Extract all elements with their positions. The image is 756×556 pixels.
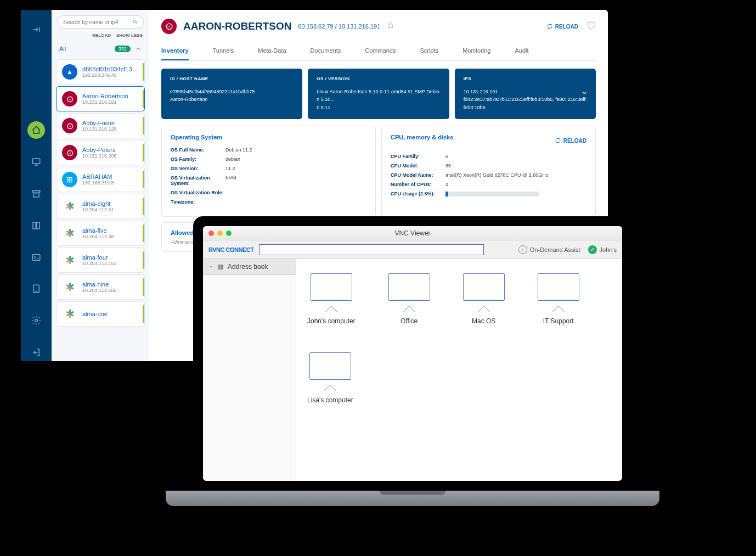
tab-inventory[interactable]: Inventory	[161, 42, 189, 60]
os-panel: Operating System OS Full Name:Debian 11.…	[161, 126, 376, 217]
os-panel-title: Operating System	[171, 134, 366, 141]
client-item[interactable]: alma-five10.204.112.48	[56, 221, 145, 246]
tab-scripts[interactable]: Scripts	[420, 42, 439, 60]
tab-tunnels[interactable]: Tunnels	[213, 42, 234, 60]
debian-icon	[62, 145, 77, 160]
nav-book-icon[interactable]	[27, 217, 45, 234]
client-item[interactable]: d868cf01b034cf132f...192.168.249.46	[56, 59, 145, 85]
monitor-icon	[538, 273, 579, 301]
headset-icon: ♀	[518, 245, 527, 254]
search-icon	[133, 18, 138, 26]
mountain-icon	[62, 64, 77, 80]
all-count-badge: 332	[115, 46, 131, 52]
search-input[interactable]	[63, 19, 133, 25]
cpu-reload-button[interactable]: RELOAD	[555, 137, 586, 144]
tab-monitoring[interactable]: Monitoring	[462, 42, 490, 60]
nav-settings-icon[interactable]	[27, 312, 45, 329]
header-os-icon	[161, 19, 177, 34]
all-label: All	[59, 46, 66, 52]
computer-item[interactable]: John's computer	[307, 273, 356, 325]
nav-rail	[21, 10, 52, 361]
svg-point-5	[133, 20, 136, 23]
all-filter-row[interactable]: All 332	[52, 40, 149, 58]
header-ips: 80.158.62.79 / 10.131.216.191	[298, 23, 380, 30]
client-item[interactable]: Abby-Peters10.131.216.208	[56, 140, 145, 165]
svg-rect-2	[32, 254, 40, 260]
client-item[interactable]: ABRAHAM192.168.219.8	[56, 167, 145, 192]
nav-device-icon[interactable]	[27, 280, 45, 297]
sidebar-reload[interactable]: RELOAD	[92, 33, 111, 38]
alma-icon	[62, 306, 77, 322]
search-box[interactable]	[57, 15, 144, 29]
page-title: AARON-ROBERTSON	[183, 20, 291, 32]
maximize-icon[interactable]	[226, 231, 232, 236]
computer-item[interactable]: IT Support	[538, 273, 579, 325]
lock-icon	[387, 21, 394, 31]
nav-monitor-icon[interactable]	[27, 153, 45, 171]
debian-icon	[62, 118, 77, 133]
chevron-down-icon[interactable]	[580, 89, 588, 99]
grid-icon	[218, 265, 223, 269]
computer-item[interactable]: Lisa's computer	[307, 352, 353, 404]
client-item[interactable]: Aaron-Robertson10.131.216.191	[56, 86, 145, 111]
client-list: d868cf01b034cf132f...192.168.249.46 Aaro…	[52, 58, 149, 361]
cpu-panel-title: CPU, memory & disks	[391, 134, 453, 141]
tab-commands[interactable]: Commands	[365, 42, 396, 60]
chevron-down-icon	[208, 264, 214, 269]
computer-item[interactable]: Office	[388, 273, 430, 325]
svg-rect-0	[32, 159, 40, 164]
tabs: InventoryTunnelsMeta-DataDocumentsComman…	[161, 42, 596, 61]
card-ips: IPS 10.131.216.191fd42:2e37:ab7a:7b11:21…	[455, 69, 596, 119]
vnc-sidebar: Address book	[203, 259, 296, 481]
user-account-button[interactable]: ✓ John's	[588, 245, 617, 254]
info-cards: ID / HOST NAME e7895b45cf644f66945922c1a…	[161, 69, 596, 119]
client-item[interactable]: alma-nine10.204.112.160	[56, 274, 145, 300]
laptop-frame: VNC Viewer RVNC CONNECT ♀ On-Demand Assi…	[166, 216, 659, 518]
cpu-usage-bar	[445, 192, 539, 196]
nav-logout-icon[interactable]	[27, 344, 45, 361]
client-item[interactable]: Abby-Foster10.131.216.128	[56, 113, 145, 138]
nav-home-icon[interactable]	[27, 121, 45, 139]
client-item[interactable]: alma-eight10.204.112.61	[56, 194, 145, 219]
tab-meta-data[interactable]: Meta-Data	[258, 42, 286, 60]
vnc-logo: RVNC CONNECT	[208, 246, 253, 253]
favorite-icon[interactable]	[586, 20, 596, 32]
vnc-window: VNC Viewer RVNC CONNECT ♀ On-Demand Assi…	[203, 226, 622, 481]
reload-button[interactable]: RELOAD	[546, 23, 578, 30]
monitor-icon	[388, 273, 430, 301]
chevron-up-icon	[135, 46, 142, 52]
vnc-address-input[interactable]	[259, 244, 484, 255]
header-row: AARON-ROBERTSON 80.158.62.79 / 10.131.21…	[161, 19, 596, 34]
vnc-titlebar: VNC Viewer	[203, 226, 622, 240]
windows-icon	[62, 172, 77, 187]
client-item[interactable]: alma-one	[56, 301, 145, 327]
vnc-computer-grid: John's computerOfficeMac OSIT SupportLis…	[296, 259, 622, 481]
sidebar-showless[interactable]: SHOW LESS	[116, 33, 143, 38]
svg-rect-1	[32, 190, 40, 192]
nav-logo-icon[interactable]	[27, 21, 45, 38]
minimize-icon[interactable]	[217, 231, 223, 236]
svg-rect-6	[389, 25, 393, 27]
client-sidebar: RELOAD SHOW LESS All 332 d868cf01b034cf1…	[52, 10, 149, 361]
address-book-header[interactable]: Address book	[203, 259, 296, 275]
tab-documents[interactable]: Documents	[311, 42, 341, 60]
alma-icon	[62, 252, 77, 268]
card-id-host: ID / HOST NAME e7895b45cf644f66945922c1a…	[161, 69, 302, 119]
alma-icon	[62, 226, 77, 241]
nav-terminal-icon[interactable]	[27, 249, 45, 266]
monitor-icon	[309, 352, 351, 380]
alma-icon	[62, 199, 77, 214]
computer-item[interactable]: Mac OS	[463, 273, 505, 325]
laptop-base	[166, 491, 659, 506]
monitor-icon	[463, 273, 505, 301]
on-demand-assist-button[interactable]: ♀ On-Demand Assist	[518, 245, 580, 254]
client-item[interactable]: alma-four10.204.112.153	[56, 248, 145, 273]
close-icon[interactable]	[208, 231, 214, 236]
card-os-version: OS / VERSION Linux Aaron-Robertson 5.10.…	[308, 69, 449, 119]
tab-audit[interactable]: Audit	[515, 42, 528, 60]
svg-point-4	[35, 319, 38, 322]
nav-archive-icon[interactable]	[27, 185, 45, 203]
vnc-window-title: VNC Viewer	[394, 229, 430, 237]
debian-icon	[62, 91, 77, 106]
alma-icon	[62, 279, 77, 295]
